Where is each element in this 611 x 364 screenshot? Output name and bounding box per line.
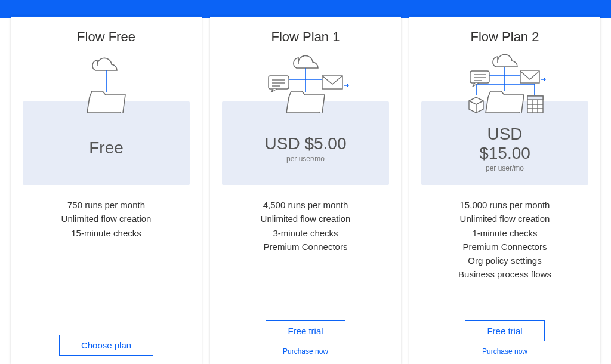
feature-item: Premium Connectors (261, 240, 351, 254)
free-trial-button[interactable]: Free trial (465, 320, 544, 341)
plan-features: 4,500 runs per month Unlimited flow crea… (261, 198, 351, 288)
plan-card-free: Flow Free Free 750 run (11, 16, 202, 364)
plan-price: USD $15.00 (469, 125, 541, 163)
card-accent (409, 16, 600, 17)
free-trial-button[interactable]: Free trial (266, 320, 345, 341)
card-accent (11, 16, 202, 17)
svg-rect-2 (269, 76, 289, 89)
choose-plan-button[interactable]: Choose plan (59, 335, 153, 356)
plan-price: Free (89, 138, 124, 158)
plan-price-per: per user/mo (286, 155, 325, 163)
feature-item: Unlimited flow creation (458, 212, 551, 226)
pricing-plans: Flow Free Free 750 run (0, 18, 611, 364)
feature-item: 15-minute checks (61, 226, 152, 240)
feature-item: Unlimited flow creation (61, 212, 152, 226)
svg-rect-16 (527, 96, 543, 100)
plan-illustration-plan2 (439, 50, 570, 118)
cloud-folder-icon (70, 50, 142, 118)
purchase-now-link[interactable]: Purchase now (482, 347, 527, 356)
plan-illustration-free (70, 50, 142, 118)
cloud-folder-full-icon (439, 50, 570, 118)
purchase-now-link[interactable]: Purchase now (283, 347, 328, 356)
plan-card-plan1: Flow Plan 1 (210, 16, 401, 364)
plan-title: Flow Plan 2 (471, 29, 539, 45)
feature-item: Org policy settings (458, 254, 551, 267)
card-accent (210, 16, 401, 17)
plan-price: USD $5.00 (265, 134, 347, 153)
feature-item: 15,000 runs per month (458, 198, 551, 212)
feature-item: 3-minute checks (261, 226, 351, 240)
feature-item: 4,500 runs per month (261, 198, 351, 212)
plan-card-plan2: Flow Plan 2 (409, 16, 600, 364)
svg-rect-8 (470, 71, 489, 83)
plan-illustration-plan1 (246, 50, 365, 118)
feature-item: 750 runs per month (61, 198, 152, 212)
plan-title: Flow Free (77, 29, 135, 45)
plan-features: 750 runs per month Unlimited flow creati… (61, 198, 152, 288)
plan-price-per: per user/mo (486, 164, 524, 172)
feature-item: Business process flows (458, 267, 551, 281)
feature-item: Unlimited flow creation (261, 212, 351, 226)
plan-features: 15,000 runs per month Unlimited flow cre… (458, 198, 551, 288)
feature-item: Premium Connectors (458, 240, 551, 254)
plan-title: Flow Plan 1 (271, 29, 340, 45)
feature-item: 1-minute checks (458, 226, 551, 240)
cloud-folder-network-icon (246, 50, 365, 118)
